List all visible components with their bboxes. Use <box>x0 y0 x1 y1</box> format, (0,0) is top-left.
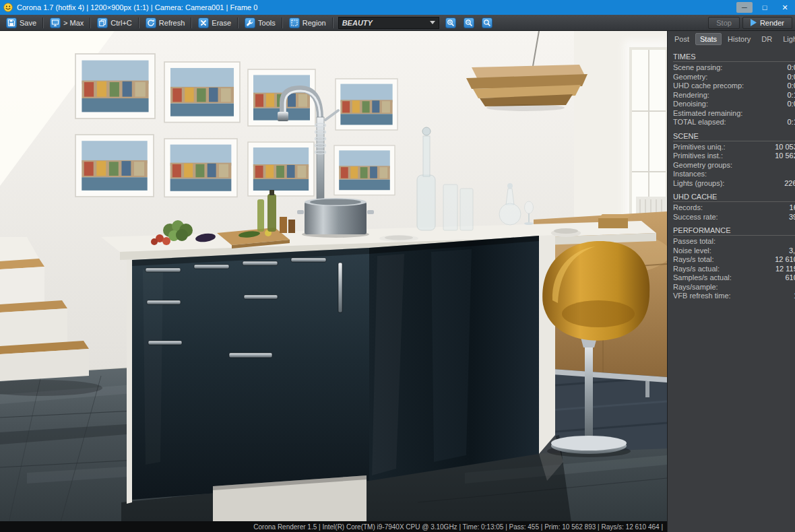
zoom-reset-button[interactable] <box>478 16 496 30</box>
close-button[interactable]: ✕ <box>775 0 795 15</box>
chevron-down-icon <box>430 21 435 24</box>
stat-label: Passes total: <box>673 237 716 246</box>
save-button[interactable]: Save <box>3 16 40 30</box>
stats-section-scene: SCENE Primitives uniq.:10 053 519 Primit… <box>673 132 795 189</box>
stat-label: Rays/sample: <box>673 283 718 292</box>
render-viewport[interactable]: Corona Renderer 1.5 | Intel(R) Core(TM) … <box>0 31 667 532</box>
tools-icon <box>245 18 255 28</box>
stat-value: 12 119 014 <box>775 265 795 274</box>
tab-post[interactable]: Post <box>670 33 694 45</box>
maximize-button[interactable]: □ <box>755 0 775 15</box>
stat-label: Rays/s total: <box>673 255 714 265</box>
stat-row: Samples/s actual:610 812 <box>673 273 795 283</box>
separator <box>332 18 333 28</box>
stat-row: Rays/s actual:12 119 014 <box>673 265 795 274</box>
copy-button[interactable]: Ctrl+C <box>94 16 135 30</box>
stats-section-times: TIMES Scene parsing:0:00:10 Geometry:0:0… <box>673 53 795 127</box>
main-area: Corona Renderer 1.5 | Intel(R) Core(TM) … <box>0 31 795 532</box>
separator <box>191 18 192 28</box>
stat-row: Primitives uniq.:10 053 519 <box>673 143 795 152</box>
zoom-reset-icon <box>482 18 492 28</box>
play-icon <box>751 19 757 26</box>
zoom-in-button[interactable] <box>442 16 459 30</box>
stat-value: 226 (16) <box>784 179 795 189</box>
separator <box>138 18 139 28</box>
stat-value: 0:00:01 <box>787 73 795 82</box>
stat-label: Scene parsing: <box>673 63 722 73</box>
stats-section-uhd-cache: UHD CACHE Records:16 985 Success rate:39… <box>673 193 795 222</box>
stat-value: 10 053 519 <box>775 143 795 152</box>
stat-row: UHD cache precomp:0:00:01 <box>673 81 795 91</box>
tab-dr[interactable]: DR <box>757 33 777 45</box>
window-title: Corona 1.7 (hotfix 4) | 1200×900px (1:1)… <box>17 3 257 11</box>
corona-vfb-window: Corona 1.7 (hotfix 4) | 1200×900px (1:1)… <box>0 0 795 532</box>
save-label: Save <box>20 19 36 27</box>
section-title: TIMES <box>673 53 795 62</box>
window-controls: ─ □ ✕ <box>734 0 795 15</box>
stat-value: 610 812 <box>785 273 795 283</box>
stat-row: Primitives inst.:10 562 893 <box>673 152 795 161</box>
refresh-label: Refresh <box>159 19 185 27</box>
stat-value: 16 985 <box>790 203 795 213</box>
channel-select[interactable]: BEAUTY <box>338 17 439 29</box>
stat-value: 0:00:01 <box>787 81 795 91</box>
stat-row: Geometry:0:00:01 <box>673 73 795 82</box>
stat-value: 0:13:05 <box>787 118 795 127</box>
section-title: PERFORMANCE <box>673 226 795 236</box>
stat-value: 12 610 464 <box>775 255 795 265</box>
stop-label: Stop <box>716 19 732 27</box>
render-button[interactable]: Render <box>742 17 792 29</box>
erase-label: Erase <box>212 19 231 27</box>
tab-history[interactable]: History <box>723 33 755 45</box>
erase-button[interactable]: Erase <box>195 16 234 30</box>
zoom-out-button[interactable] <box>460 16 478 30</box>
separator <box>42 18 44 28</box>
stats-content: TIMES Scene parsing:0:00:10 Geometry:0:0… <box>668 46 795 301</box>
tools-button[interactable]: Tools <box>241 16 279 30</box>
separator <box>90 18 91 28</box>
stat-label: Denoising: <box>673 100 708 109</box>
tools-label: Tools <box>258 19 276 27</box>
render-status-bar: Corona Renderer 1.5 | Intel(R) Core(TM) … <box>0 521 667 532</box>
stat-label: Rays/s actual: <box>673 265 720 274</box>
refresh-button[interactable]: Refresh <box>142 16 189 30</box>
stat-row: Records:16 985 <box>673 203 795 213</box>
stat-row: Rays/s total:12 610 464 <box>673 255 795 265</box>
render-image <box>0 31 667 532</box>
stat-label: Lights (groups): <box>673 179 724 189</box>
minimize-button[interactable]: ─ <box>736 2 753 13</box>
titlebar: Corona 1.7 (hotfix 4) | 1200×900px (1:1)… <box>0 0 795 15</box>
separator <box>282 18 283 28</box>
tab-stats[interactable]: Stats <box>695 33 722 45</box>
stat-row: TOTAL elapsed:0:13:05 <box>673 118 795 127</box>
region-label: Region <box>303 19 326 27</box>
stat-row: Passes total:455 <box>673 237 795 246</box>
send-to-max-button[interactable]: > Max <box>46 16 87 30</box>
stat-label: Rendering: <box>673 91 709 100</box>
region-button[interactable]: Region <box>286 16 329 30</box>
corona-smiley-icon <box>3 3 13 12</box>
stat-label: Records: <box>673 203 703 213</box>
zoom-in-icon <box>445 18 456 28</box>
section-title: SCENE <box>673 132 795 141</box>
stat-label: Success rate: <box>673 213 718 222</box>
copy-label: Ctrl+C <box>110 19 131 27</box>
toolbar: Save > Max Ctrl+C Refresh Erase Tools <box>0 15 795 31</box>
stat-row: Estimated remaining:--- <box>673 109 795 119</box>
send-to-max-icon <box>50 18 61 28</box>
channel-value: BEAUTY <box>342 19 373 27</box>
stat-row: Instances:166 <box>673 170 795 179</box>
send-to-max-label: > Max <box>63 19 84 27</box>
stop-button[interactable]: Stop <box>708 17 740 29</box>
stat-label: VFB refresh time: <box>673 292 731 301</box>
tab-lightmix[interactable]: LightMix <box>778 33 795 45</box>
stat-value: 3,57 % <box>789 246 795 256</box>
region-icon <box>289 18 300 28</box>
copy-icon <box>97 18 108 28</box>
stat-label: Samples/s actual: <box>673 273 732 283</box>
stat-row: Denoising:0:00:00 <box>673 100 795 109</box>
stat-row: Rendering:0:12:52 <box>673 91 795 100</box>
save-icon <box>6 18 17 28</box>
stat-row: VFB refresh time:13ms <box>673 292 795 301</box>
stat-row: Rays/sample:19,9 <box>673 283 795 292</box>
